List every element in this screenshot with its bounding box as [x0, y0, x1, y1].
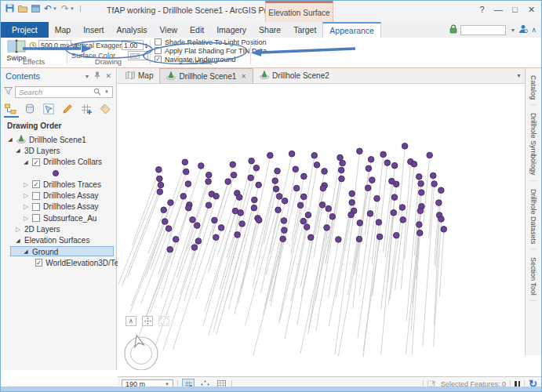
contextual-tab-elevation-surface[interactable]: Elevation Surface	[265, 1, 333, 22]
expander-icon[interactable]: ▷	[23, 203, 29, 210]
dock-tab-catalog[interactable]: Catalog	[529, 71, 537, 105]
tree-item-worldelevation3d-terrain3d[interactable]: ✓WorldElevation3D/Terrain3D	[1, 257, 116, 268]
notifications-icon[interactable]	[518, 24, 528, 35]
editing-icon[interactable]	[60, 103, 74, 116]
dock-tab-section-tool[interactable]: Section Tool	[529, 252, 537, 301]
open-project-icon[interactable]	[18, 5, 27, 13]
layer-symbol-row[interactable]	[1, 168, 116, 179]
close-pane-icon[interactable]: ✕	[105, 72, 111, 80]
expander-icon[interactable]: ▷	[23, 181, 29, 188]
layer-checkbox[interactable]	[32, 203, 40, 211]
snapping-icon[interactable]	[79, 103, 93, 116]
undo-icon[interactable]: ↶▼	[44, 5, 57, 13]
tree-item-ground[interactable]: ◢Ground	[1, 246, 116, 257]
ribbon-tab-imagery[interactable]: Imagery	[210, 22, 253, 38]
vertical-exaggeration-input[interactable]: 1.00	[122, 40, 144, 50]
tree-item-drillholes-collars[interactable]: ◢✓Drillholes Collars	[1, 157, 116, 168]
layer-checkbox[interactable]: ✓	[35, 259, 42, 267]
vertical-exaggeration-spinner[interactable]: ▲▼	[144, 42, 148, 49]
title-bar: ↶▼↷▼ TfAP working - Drillhole Scene1 - A…	[1, 1, 541, 22]
collapse-navigator-button[interactable]: ∧	[125, 316, 136, 326]
ribbon-tab-analysis[interactable]: Analysis	[110, 22, 153, 38]
labeling-icon[interactable]	[98, 103, 111, 116]
bottom-accent-strip	[1, 387, 541, 391]
close-view-icon[interactable]: ✕	[241, 73, 246, 80]
redo-icon[interactable]: ↷▼	[61, 5, 75, 13]
expander-icon[interactable]: ▷	[15, 226, 21, 233]
view-tab-drillhole-scene1[interactable]: Drillhole Scene1✕	[159, 68, 253, 83]
save-icon[interactable]	[5, 4, 14, 13]
tree-item-label: Drillholes Collars	[43, 158, 102, 166]
expander-icon[interactable]: ▷	[23, 192, 29, 199]
tree-item-label: Ground	[32, 248, 58, 256]
collapse-ribbon-icon[interactable]: ∧	[531, 26, 537, 34]
signin-field[interactable]	[460, 25, 506, 35]
tree-item-elevation-surfaces[interactable]: ◢Elevation Surfaces	[1, 235, 116, 246]
scene-viewport[interactable]: ∧	[118, 84, 525, 370]
close-button[interactable]: ✕	[525, 3, 538, 16]
view-tab-drillhole-scene2[interactable]: Drillhole Scene2	[253, 68, 336, 83]
checkbox-box[interactable]: ✓	[155, 56, 162, 63]
package-icon[interactable]	[31, 5, 40, 13]
selection-icon[interactable]	[42, 103, 55, 116]
group-label-surface: Surface	[176, 58, 224, 66]
quick-access-toolbar: ↶▼↷▼	[5, 4, 82, 13]
tree-item-subsurface-au[interactable]: ▷Subsurface_Au	[1, 212, 116, 223]
maximize-button[interactable]: □	[508, 3, 522, 16]
tree-item-label: Drillholes Assay	[43, 202, 99, 211]
tree-item-drillholes-assay[interactable]: ▷Drillholes Assay	[1, 201, 116, 212]
search-caret-icon[interactable]: ▼	[104, 89, 109, 94]
tree-item-drillhole-scene1[interactable]: ◢Drillhole Scene1	[1, 134, 116, 145]
compass-navigator[interactable]	[121, 332, 162, 370]
tree-item-drillholes-traces[interactable]: ▷✓Drillholes Traces	[1, 179, 116, 190]
checkbox-box[interactable]	[155, 47, 162, 54]
fullscreen-icon[interactable]	[158, 316, 169, 326]
expander-icon[interactable]: ◢	[23, 159, 29, 165]
ribbon-tab-map[interactable]: Map	[49, 22, 77, 38]
qat-separator[interactable]	[80, 5, 82, 12]
ribbon-tab-appearance[interactable]: Appearance	[322, 22, 381, 38]
expander-icon[interactable]: ◢	[23, 249, 29, 255]
ribbon-tab-share[interactable]: Share	[253, 22, 287, 38]
tree-item-drillholes-assay[interactable]: ▷Drillholes Assay	[1, 190, 116, 201]
expander-icon[interactable]: ▷	[23, 215, 29, 222]
search-input[interactable]: Search ▼	[15, 86, 113, 98]
ribbon-tab-insert[interactable]: Insert	[77, 22, 110, 38]
chevron-down-icon[interactable]: ▼	[510, 27, 515, 33]
map-icon	[125, 71, 135, 81]
view-tabs-overflow-icon[interactable]: ▼	[516, 73, 522, 78]
checkbox-box[interactable]	[155, 38, 162, 45]
ribbon-tab-edit[interactable]: Edit	[184, 22, 210, 38]
dock-tab-drillhole-symbology[interactable]: Drillhole Symbology	[529, 108, 537, 181]
drawing-order-icon[interactable]	[4, 103, 17, 116]
expander-icon[interactable]: ◢	[15, 238, 21, 244]
scene-icon	[166, 71, 176, 82]
ribbon-tab-view[interactable]: View	[154, 22, 184, 38]
data-source-icon[interactable]	[23, 103, 36, 116]
layer-checkbox[interactable]	[32, 214, 40, 222]
pin-icon[interactable]	[94, 71, 100, 81]
view-tab-map[interactable]: Map	[119, 68, 159, 83]
ribbon: Swipe 500.0 ms ▲▼ Vertical Exaggeration …	[1, 38, 541, 68]
drillhole-scene-3d[interactable]	[118, 84, 525, 370]
ribbon-tab-project[interactable]: Project	[1, 22, 49, 38]
collar-symbol-swatch[interactable]	[53, 170, 59, 176]
view-tab-label: Drillhole Scene1	[179, 72, 236, 81]
main-area: Contents ▼ ✕ Search ▼ Drawing Order ◢Dri…	[1, 68, 541, 370]
view-tab-label: Drillhole Scene2	[272, 71, 329, 80]
layer-checkbox[interactable]: ✓	[32, 180, 40, 188]
group-divider	[250, 40, 251, 64]
pane-menu-caret-icon[interactable]: ▼	[85, 74, 90, 79]
layer-checkbox[interactable]	[32, 192, 40, 200]
tree-item-2d-layers[interactable]: ▷2D Layers	[1, 223, 116, 234]
expander-icon[interactable]: ◢	[15, 147, 21, 154]
tree-item-3d-layers[interactable]: ◢3D Layers	[1, 145, 116, 156]
minimize-button[interactable]: —	[492, 3, 505, 16]
full-control-navigator-button[interactable]	[142, 316, 153, 326]
ribbon-tab-target[interactable]: Target	[287, 22, 322, 38]
filter-icon[interactable]	[4, 87, 13, 96]
dock-tab-drillhole-datasets[interactable]: Drillhole Datasets	[529, 184, 537, 250]
expander-icon[interactable]: ◢	[7, 136, 13, 143]
help-button[interactable]: ?	[475, 3, 489, 16]
layer-checkbox[interactable]: ✓	[32, 158, 40, 166]
